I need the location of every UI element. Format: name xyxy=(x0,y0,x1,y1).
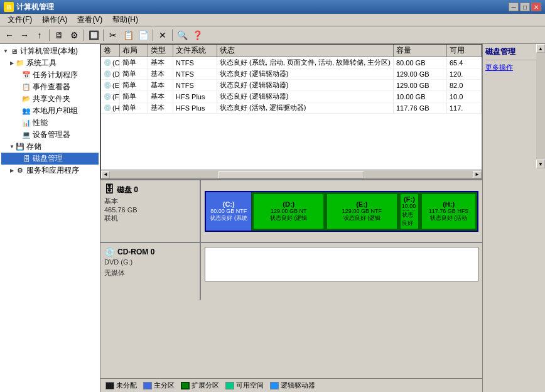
part-h-size: 117.76 GB HFS xyxy=(429,208,469,214)
tree-item-sharedfolder[interactable]: 📂 共享文件夹 xyxy=(1,93,99,105)
actions-scrollbar[interactable]: ▲ ▼ xyxy=(536,44,545,170)
td-avail-e: 82.0 xyxy=(447,80,482,90)
menu-file[interactable]: 文件(F) xyxy=(3,13,37,26)
table-row[interactable]: 💿(C:) 简单 基本 NTFS 状态良好 (系统, 启动, 页面文件, 活动,… xyxy=(101,57,482,68)
legend-freespace: 可用空间 xyxy=(225,381,264,390)
table-row[interactable]: 💿(F:) 简单 基本 HFS Plus 状态良好 (逻辑驱动器) 10.00 … xyxy=(101,91,482,102)
partition-e[interactable]: (E:) 129.00 GB NTF 状态良好 (逻辑 xyxy=(325,192,399,231)
tree-item-root[interactable]: ▼ 🖥 计算机管理(本地) xyxy=(1,45,99,57)
td-layout-f: 简单 xyxy=(120,91,148,102)
th-fs[interactable]: 文件系统 xyxy=(173,45,217,57)
help-button[interactable]: ❓ xyxy=(190,28,204,42)
tree-item-devicemanager[interactable]: 💻 设备管理器 xyxy=(1,129,99,141)
th-avail[interactable]: 可用 xyxy=(447,45,482,57)
th-cap[interactable]: 容量 xyxy=(394,45,447,57)
scroll-right-btn[interactable]: ► xyxy=(473,171,482,178)
services-icon: ⚙ xyxy=(15,166,25,176)
tree-item-system-tools[interactable]: ▶ 📁 系统工具 xyxy=(1,57,99,69)
td-vol-c: 💿(C:) xyxy=(101,57,120,68)
td-status-d: 状态良好 (逻辑驱动器) xyxy=(217,68,394,79)
tree-item-localusers[interactable]: 👥 本地用户和组 xyxy=(1,105,99,117)
close-button[interactable]: ✕ xyxy=(531,3,541,11)
device-icon: 💻 xyxy=(21,130,31,140)
tree-item-performance[interactable]: 📊 性能 xyxy=(1,117,99,129)
menu-action[interactable]: 操作(A) xyxy=(37,13,72,26)
more-actions-link[interactable]: 更多操作 xyxy=(485,63,542,72)
minimize-button[interactable]: ─ xyxy=(509,3,519,11)
part-c-size: 80.00 GB NTF xyxy=(210,208,247,214)
search-button[interactable]: 🔍 xyxy=(175,28,189,42)
legend-label-primary: 主分区 xyxy=(154,381,175,390)
part-h-label: (H:) xyxy=(443,200,455,208)
tree-arrow-devicemanager xyxy=(15,132,21,138)
td-cap-e: 129.00 GB xyxy=(394,80,447,90)
th-vol[interactable]: 卷 xyxy=(101,45,120,57)
partition-h[interactable]: (H:) 117.76 GB HFS 状态良好 (活动 xyxy=(420,192,477,231)
part-d-status: 状态良好 (逻辑 xyxy=(270,214,308,222)
tree-arrow-localusers xyxy=(15,108,21,114)
paste-button[interactable]: 📄 xyxy=(136,28,150,42)
part-c-label: (C:) xyxy=(223,200,235,208)
part-e-size: 129.00 GB NTF xyxy=(342,208,382,214)
cut-button[interactable]: ✂ xyxy=(106,28,120,42)
task-icon: 📅 xyxy=(21,70,31,80)
horizontal-scrollbar[interactable]: ◄ ► xyxy=(101,170,482,178)
cdrom0-type: DVD (G:) xyxy=(104,258,196,266)
properties-button[interactable]: ⚙ xyxy=(67,28,81,42)
disk0-type: 基本 xyxy=(104,197,196,206)
scroll-thumb[interactable] xyxy=(219,171,364,178)
disk0-partitions: (C:) 80.00 GB NTF 状态良好 (系统 (D:) 129.00 G… xyxy=(201,180,482,242)
app-icon: 🖥 xyxy=(4,2,14,12)
scroll-left-btn[interactable]: ◄ xyxy=(101,171,110,178)
th-type[interactable]: 类型 xyxy=(148,45,173,57)
scroll-track xyxy=(110,171,473,178)
copy-button[interactable]: 📋 xyxy=(121,28,135,42)
scroll-up-btn[interactable]: ▲ xyxy=(536,44,545,53)
back-button[interactable]: ← xyxy=(3,28,16,42)
table-body: 💿(C:) 简单 基本 NTFS 状态良好 (系统, 启动, 页面文件, 活动,… xyxy=(101,57,482,170)
tree-item-diskmanager[interactable]: 🗄 磁盘管理 xyxy=(1,153,99,165)
table-row[interactable]: 💿(D:) 简单 基本 NTFS 状态良好 (逻辑驱动器) 129.00 GB … xyxy=(101,68,482,80)
forward-button[interactable]: → xyxy=(18,28,31,42)
tree-arrow-services: ▶ xyxy=(9,168,15,174)
td-cap-f: 10.00 GB xyxy=(394,91,447,102)
th-status[interactable]: 状态 xyxy=(217,45,394,57)
legend-box-freespace xyxy=(225,382,234,389)
part-c-status: 状态良好 (系统 xyxy=(210,214,247,222)
scroll-down-btn[interactable]: ▼ xyxy=(536,160,545,168)
table-area: 卷 布局 类型 文件系统 状态 容量 可用 💿(C:) 简单 基本 xyxy=(100,44,482,179)
td-cap-c: 80.00 GB xyxy=(394,57,447,68)
tree-item-services[interactable]: ▶ ⚙ 服务和应用程序 xyxy=(1,165,99,177)
cdrom0-title-row: 💿 CD-ROM 0 xyxy=(104,247,196,257)
tree-item-taskscheduler[interactable]: 📅 任务计划程序 xyxy=(1,69,99,81)
show-hide-button[interactable]: 🖥 xyxy=(52,28,66,42)
table-section: 卷 布局 类型 文件系统 状态 容量 可用 💿(C:) 简单 基本 xyxy=(100,44,482,179)
title-bar: 🖥 计算机管理 ─ □ ✕ xyxy=(0,0,545,14)
legend-logical: 逻辑驱动器 xyxy=(270,381,315,390)
th-layout[interactable]: 布局 xyxy=(120,45,148,57)
tree-item-storage[interactable]: ▼ 💾 存储 xyxy=(1,141,99,153)
delete-button[interactable]: ✕ xyxy=(156,28,170,42)
title-bar-controls: ─ □ ✕ xyxy=(509,3,541,11)
part-e-status: 状态良好 (逻辑 xyxy=(343,214,381,222)
up-button[interactable]: ↑ xyxy=(33,28,46,42)
disk-icon: 🗄 xyxy=(21,154,31,164)
partition-d[interactable]: (D:) 129.00 GB NT 状态良好 (逻辑 xyxy=(252,192,325,231)
disk0-status: 联机 xyxy=(104,214,196,223)
table-row[interactable]: 💿(H:) 简单 基本 HFS Plus 状态良好 (活动, 逻辑驱动器) 11… xyxy=(101,102,482,114)
partition-c[interactable]: (C:) 80.00 GB NTF 状态良好 (系统 xyxy=(206,192,252,231)
toolbar-separator-4 xyxy=(153,30,153,41)
tree-item-eventviewer[interactable]: 📋 事件查看器 xyxy=(1,81,99,93)
menu-view[interactable]: 查看(V) xyxy=(72,13,107,26)
menu-help[interactable]: 帮助(H) xyxy=(107,13,143,26)
tree-label-taskscheduler: 任务计划程序 xyxy=(33,70,78,80)
maximize-button[interactable]: □ xyxy=(520,3,530,11)
part-d-size: 129.00 GB NT xyxy=(271,208,307,214)
partition-f[interactable]: (F:) 10.00 GB H 状态良好 (逻 xyxy=(399,192,421,231)
performance-icon: 📊 xyxy=(21,118,31,128)
folder-icon-systemtools: 📁 xyxy=(15,58,25,68)
new-window-button[interactable]: 🔲 xyxy=(87,28,100,42)
table-row[interactable]: 💿(E:) 简单 基本 NTFS 状态良好 (逻辑驱动器) 129.00 GB … xyxy=(101,80,482,91)
sharedfolder-icon: 📂 xyxy=(21,94,31,104)
tree-arrow-eventviewer xyxy=(15,84,21,90)
